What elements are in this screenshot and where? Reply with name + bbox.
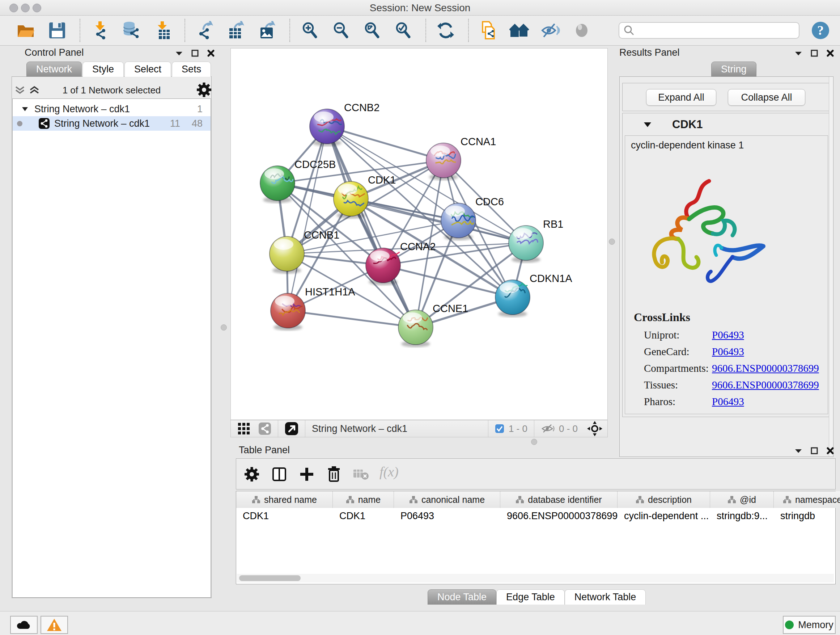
search-icon: [624, 25, 635, 36]
import-database-icon[interactable]: [121, 20, 141, 41]
open-session-icon[interactable]: [16, 20, 36, 41]
cloud-icon: [16, 619, 32, 631]
node-CDKN1A[interactable]: [495, 280, 530, 317]
expand-all-button[interactable]: Expand All: [646, 89, 716, 106]
save-session-icon[interactable]: [47, 20, 67, 41]
tab-network-table[interactable]: Network Table: [565, 589, 646, 605]
selected-checkbox-icon[interactable]: [495, 424, 504, 433]
crosslink-link[interactable]: 9606.ENSP00000378699: [712, 379, 819, 391]
network-canvas[interactable]: CCNB2CCNA1CDC25BCDK1CDC6RB1CCNB1CCNA2CDK…: [231, 48, 608, 420]
column-header-shared-name[interactable]: shared name: [236, 491, 333, 508]
panel-menu-icon[interactable]: [794, 448, 802, 454]
warnings-button[interactable]: [41, 616, 68, 634]
first-neighbors-icon[interactable]: [509, 20, 530, 41]
node-CDK1[interactable]: [333, 181, 368, 219]
tab-edge-table[interactable]: Edge Table: [496, 589, 565, 605]
show-all-icon[interactable]: [572, 20, 592, 41]
network-tree-child-row[interactable]: String Network – cdk1 11 48: [13, 116, 210, 131]
panel-close-icon[interactable]: [826, 49, 834, 57]
tab-style[interactable]: Style: [82, 62, 124, 77]
node-CCNB1[interactable]: [270, 236, 304, 274]
crosslink-link[interactable]: P06493: [712, 329, 744, 341]
export-image-icon[interactable]: [257, 20, 277, 41]
birds-eye-view-icon[interactable]: [587, 421, 602, 436]
node-RB1[interactable]: [508, 226, 543, 263]
tree-expand-icon[interactable]: [21, 106, 28, 112]
title-bar: Session: New Session: [0, 0, 840, 16]
column-header-description[interactable]: description: [617, 491, 710, 508]
table-cell[interactable]: CDK1: [333, 508, 394, 524]
crosslink-link[interactable]: P06493: [712, 396, 744, 408]
search-input[interactable]: [619, 22, 799, 39]
export-table-icon[interactable]: [226, 20, 246, 41]
import-network-icon[interactable]: [90, 20, 110, 41]
zoom-out-icon[interactable]: [331, 20, 351, 41]
panel-menu-icon[interactable]: [175, 50, 183, 56]
node-CCNA1[interactable]: [426, 143, 461, 180]
panel-menu-icon[interactable]: [794, 50, 802, 56]
add-column-icon[interactable]: [299, 467, 314, 482]
node-CDC6[interactable]: [441, 203, 476, 241]
panel-float-icon[interactable]: [810, 447, 818, 455]
memory-button[interactable]: Memory: [783, 616, 836, 634]
column-header-database-identifier[interactable]: database identifier: [500, 491, 617, 508]
network-graph[interactable]: CCNB2CCNA1CDC25BCDK1CDC6RB1CCNB1CCNA2CDK…: [231, 49, 607, 420]
application-window: Session: New Session ? Control Panel Net…: [0, 0, 840, 635]
table-cell[interactable]: CDK1: [236, 508, 333, 524]
crosslink-link[interactable]: 9606.ENSP00000378699: [712, 363, 819, 374]
edge-HIST1H1A-CCNE1[interactable]: [288, 310, 416, 327]
table-cell[interactable]: 9606.ENSP00000378699: [500, 508, 617, 524]
zoom-in-icon[interactable]: [300, 20, 320, 41]
column-header--id[interactable]: @id: [710, 491, 774, 508]
network-share-icon[interactable]: [258, 422, 271, 435]
import-table-icon[interactable]: [152, 20, 172, 41]
results-scrollbar[interactable]: [829, 77, 833, 456]
bottom-splitter-handle[interactable]: [531, 439, 537, 445]
hide-selected-icon[interactable]: [540, 20, 561, 41]
network-options-gear-icon[interactable]: [197, 82, 211, 97]
table-cell[interactable]: stringdb: [774, 508, 840, 524]
toolbar-separator: [425, 19, 426, 42]
zoom-fit-icon[interactable]: [362, 20, 382, 41]
table-cell[interactable]: cyclin-dependent ...: [617, 508, 710, 524]
tree-child-node-count: 11: [170, 118, 180, 129]
refresh-icon[interactable]: [436, 20, 456, 41]
node-CDC25B[interactable]: [260, 166, 295, 203]
result-collapse-icon[interactable]: [643, 121, 652, 128]
node-HIST1H1A[interactable]: [271, 293, 305, 331]
table-options-gear-icon[interactable]: [244, 467, 259, 482]
right-splitter-handle[interactable]: [609, 239, 615, 245]
column-header-name[interactable]: name: [333, 491, 394, 508]
column-header-namespace[interactable]: namespace: [774, 491, 840, 508]
crosslink-link[interactable]: P06493: [712, 346, 744, 358]
collapse-all-button[interactable]: Collapse All: [728, 89, 805, 106]
table-hscrollbar[interactable]: [237, 574, 834, 583]
zoom-selected-icon[interactable]: [393, 20, 413, 41]
left-splitter-handle[interactable]: [221, 325, 227, 331]
tab-sets[interactable]: Sets: [172, 62, 211, 77]
node-CCNE1[interactable]: [398, 310, 433, 347]
table-cell[interactable]: stringdb:9...: [710, 508, 774, 524]
panel-close-icon[interactable]: [207, 49, 215, 57]
hscroll-thumb[interactable]: [239, 575, 301, 581]
export-network-icon[interactable]: [195, 20, 215, 41]
show-columns-icon[interactable]: [272, 467, 287, 482]
panel-close-icon[interactable]: [826, 447, 834, 455]
column-header-canonical-name[interactable]: canonical name: [394, 491, 500, 508]
tab-select[interactable]: Select: [125, 62, 171, 77]
help-button[interactable]: ?: [811, 21, 830, 40]
panel-float-icon[interactable]: [191, 49, 199, 57]
edge-CCNB2-HIST1H1A[interactable]: [288, 126, 327, 310]
open-in-new-window-icon[interactable]: [285, 422, 298, 435]
copy-network-icon[interactable]: [478, 20, 499, 41]
tab-node-table[interactable]: Node Table: [428, 589, 496, 605]
panel-float-icon[interactable]: [810, 49, 818, 57]
tab-network[interactable]: Network: [27, 62, 82, 77]
network-tree-root-row[interactable]: String Network – cdk1 1: [13, 102, 210, 116]
delete-column-icon[interactable]: [326, 466, 342, 483]
hidden-count: 0 - 0: [559, 423, 578, 434]
cloud-services-button[interactable]: [10, 616, 38, 634]
grid-view-icon[interactable]: [237, 422, 250, 435]
tab-string[interactable]: String: [711, 62, 756, 77]
table-cell[interactable]: P06493: [394, 508, 500, 524]
